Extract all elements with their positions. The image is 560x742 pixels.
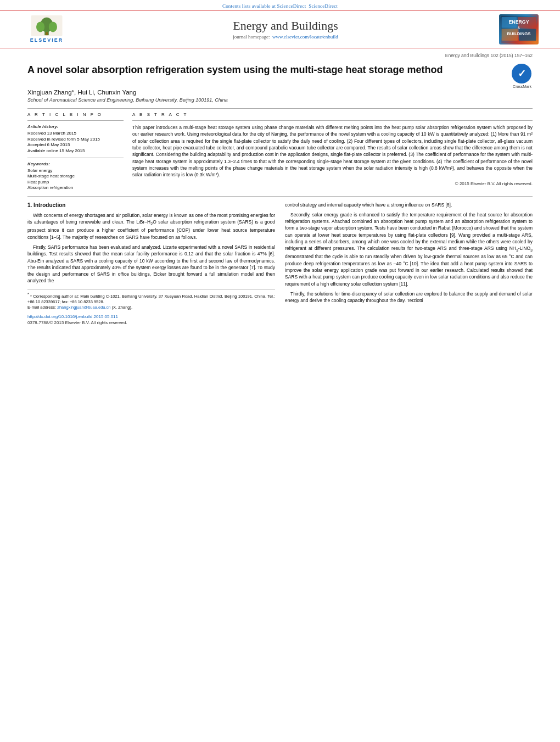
history-online: Available online 15 May 2015 — [27, 148, 124, 153]
crossmark-label: CrossMark — [512, 85, 533, 88]
header-banner: ELSEVIER Energy and Buildings journal ho… — [0, 10, 560, 48]
email-label: E-mail address: — [27, 305, 56, 310]
abstract-heading: A B S T R A C T — [132, 112, 533, 117]
abstract-col: A B S T R A C T This paper introduces a … — [132, 112, 533, 191]
right-para-2: Secondly, solar energy grade is enhanced… — [285, 211, 533, 287]
svg-text:ENERGY: ENERGY — [508, 19, 529, 24]
crossmark-badge: ✓ CrossMark — [512, 64, 533, 85]
section-1-heading: 1. Introduction — [27, 202, 275, 210]
affiliation: School of Aeronautical Science and Engin… — [27, 97, 533, 103]
title-section: A novel solar absorption refrigeration s… — [27, 64, 533, 85]
authors: Xingjuan Zhang*, Hui Li, Chunxin Yang — [27, 89, 533, 96]
article-title: A novel solar absorption refrigeration s… — [27, 64, 506, 76]
history-accepted: Accepted 6 May 2015 — [27, 142, 124, 147]
doi-link[interactable]: http://dx.doi.org/10.1016/j.enbuild.2015… — [27, 314, 275, 320]
keywords-label: Keywords: — [27, 161, 124, 166]
volume-info: Energy and Buildings 102 (2015) 157–162 — [27, 53, 533, 58]
elsevier-tree-icon — [30, 15, 63, 36]
issn-footer: 0378-7788/© 2015 Elsevier B.V. All right… — [27, 320, 275, 326]
history-label: Article history: — [27, 124, 124, 129]
history-received: Received 13 March 2015 — [27, 131, 124, 136]
email-suffix: (X. Zhang). — [112, 305, 133, 310]
two-col-body: 1. Introduction With concerns of energy … — [27, 202, 533, 326]
homepage-label: journal homepage: — [233, 34, 270, 40]
homepage-url[interactable]: www.elsevier.com/locate/enbuild — [272, 34, 338, 40]
abstract-text: This paper introduces a multi-stage heat… — [132, 124, 533, 178]
svg-text:BUILDINGS: BUILDINGS — [507, 31, 530, 36]
history-revised: Received in revised form 5 May 2015 — [27, 137, 124, 142]
info-divider — [27, 120, 124, 121]
journal-homepage: journal homepage: www.elsevier.com/locat… — [77, 34, 494, 40]
elsevier-label: ELSEVIER — [30, 37, 64, 43]
crossmark-icon: ✓ — [512, 64, 531, 83]
contents-available-text: Contents lists available at ScienceDirec… — [222, 3, 306, 9]
keyword-2: Multi-stage heat storage — [27, 174, 124, 178]
copyright-line: © 2015 Elsevier B.V. All rights reserved… — [132, 181, 533, 186]
elsevier-logo-area: ELSEVIER — [16, 13, 77, 46]
svg-text:&: & — [518, 25, 520, 29]
content-area: Energy and Buildings 102 (2015) 157–162 … — [0, 48, 560, 332]
abstract-divider — [132, 120, 533, 121]
right-para-1: control strategy and internal capacity w… — [285, 202, 533, 208]
header-center: Energy and Buildings journal homepage: w… — [77, 19, 494, 40]
journal-title: Energy and Buildings — [77, 19, 494, 33]
svg-point-3 — [36, 21, 44, 32]
keyword-1: Solar energy — [27, 168, 124, 173]
article-info-col: A R T I C L E I N F O Article history: R… — [27, 112, 124, 191]
email-link[interactable]: zhangxingjuan@buaa.edu.cn — [57, 305, 110, 310]
body-divider — [27, 197, 533, 197]
keywords-divider — [27, 158, 124, 158]
article-info-abstract: A R T I C L E I N F O Article history: R… — [27, 112, 533, 191]
eb-logo-box: ENERGY & BUILDINGS — [499, 14, 539, 44]
eb-logo-image: ENERGY & BUILDINGS — [500, 16, 537, 43]
header-top: Contents lists available at ScienceDirec… — [0, 0, 560, 10]
elsevier-logo: ELSEVIER — [30, 15, 64, 43]
eb-logo-area: ENERGY & BUILDINGS — [494, 13, 544, 46]
intro-para-1: With concerns of energy shortages and ai… — [27, 212, 275, 241]
right-para-3: Thirdly, the solutions for time-discrepa… — [285, 291, 533, 304]
svg-point-4 — [49, 21, 57, 32]
body-content: 1. Introduction With concerns of energy … — [27, 197, 533, 326]
footnote-email: E-mail address: zhangxingjuan@buaa.edu.c… — [27, 305, 275, 311]
footnote-section: * * Corresponding author at: Main buildi… — [27, 289, 275, 311]
svg-rect-5 — [46, 32, 48, 35]
footnote-star: * * Corresponding author at: Main buildi… — [27, 292, 275, 305]
doi-footer: http://dx.doi.org/10.1016/j.enbuild.2015… — [27, 314, 275, 326]
page: Contents lists available at ScienceDirec… — [0, 0, 560, 742]
body-col-left: 1. Introduction With concerns of energy … — [27, 202, 275, 326]
sciencedirect-link[interactable]: ScienceDirect — [309, 3, 338, 9]
divider-1 — [27, 108, 533, 109]
body-col-right: control strategy and internal capacity w… — [285, 202, 533, 326]
keyword-3: Heat pump — [27, 180, 124, 185]
article-info-heading: A R T I C L E I N F O — [27, 112, 124, 117]
keyword-4: Absorption refrigeration — [27, 185, 124, 190]
intro-para-2: Firstly, SARS performance has been evalu… — [27, 244, 275, 284]
